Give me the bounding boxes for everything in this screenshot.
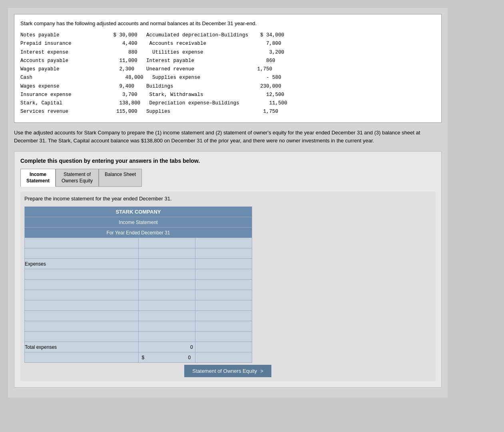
exp6-col2: [195, 321, 252, 332]
exp7-col1: [138, 332, 195, 342]
total-expenses-col1: [138, 342, 195, 352]
net-income-col1: $: [138, 352, 195, 363]
total-expenses-col2-input[interactable]: [195, 342, 252, 352]
total-expenses-col1-input[interactable]: [139, 342, 195, 352]
net-income-label-input[interactable]: [25, 352, 138, 362]
intro-text: Stark company has the following adjusted…: [20, 20, 435, 26]
exp2-col2: [195, 280, 252, 290]
exp6-label: [25, 321, 139, 332]
exp5-col2-input[interactable]: [195, 311, 252, 321]
exp1-col1-input[interactable]: [139, 269, 195, 279]
period-cell: For Year Ended December 31: [25, 228, 252, 238]
revenue-label-cell: [25, 238, 139, 248]
net-income-col1-input[interactable]: [146, 352, 193, 362]
exp3-col2: [195, 290, 252, 300]
exp1-col2-input[interactable]: [195, 269, 252, 279]
tab-owners-equity[interactable]: Statement ofOwners Equity: [56, 169, 99, 187]
expense-row-2: [25, 280, 252, 290]
tab-content-income-statement: Prepare the income statement for the yea…: [20, 192, 435, 381]
expense-row-5: [25, 311, 252, 321]
exp5-col1: [138, 311, 195, 321]
exp1-col1: [138, 269, 195, 280]
nav-button-label: Statement of Owners Equity: [192, 368, 257, 374]
acct-row: Insurance expense 3,700 Stark, Withdrawa…: [20, 91, 287, 99]
total-expenses-col2: [195, 342, 252, 352]
exp4-col2-input[interactable]: [195, 300, 252, 310]
blank-label-1: [25, 248, 139, 259]
exp6-col2-input[interactable]: [195, 321, 252, 331]
blank-col2-input-1[interactable]: [195, 248, 252, 258]
net-income-col2-input[interactable]: [195, 352, 252, 362]
revenue-row: [25, 238, 252, 248]
exp5-col1-input[interactable]: [139, 311, 195, 321]
exp3-label-input[interactable]: [25, 290, 138, 300]
acct-row: Accounts payable 11,000 Interest payable…: [20, 57, 287, 65]
next-tab-button[interactable]: Statement of Owners Equity >: [184, 365, 271, 377]
blank-col1-input-1[interactable]: [139, 248, 195, 258]
exp5-col2: [195, 311, 252, 321]
exp1-label-input[interactable]: [25, 269, 138, 279]
exp2-label-input[interactable]: [25, 280, 138, 290]
revenue-col2-input[interactable]: [195, 238, 252, 248]
problem-box: Stark company has the following adjusted…: [14, 14, 442, 123]
acct-row: Wages expense 9,400 Buildings 230,000: [20, 82, 287, 91]
expenses-label-cell: Expenses: [25, 259, 139, 269]
exp2-col1: [138, 280, 195, 290]
exp4-col1-input[interactable]: [139, 300, 195, 310]
question-title: Complete this question by entering your …: [20, 158, 435, 164]
company-name-cell: STARK COMPANY: [25, 207, 252, 217]
exp6-col1: [138, 321, 195, 332]
dollar-sign: $: [140, 355, 145, 360]
blank-col2-1: [195, 248, 252, 259]
revenue-col1-cell: [138, 238, 195, 248]
exp3-col1: [138, 290, 195, 300]
accounts-table: Notes payable $ 30,000 Accumulated depre…: [20, 31, 435, 116]
exp4-col1: [138, 300, 195, 311]
exp4-label-input[interactable]: [25, 300, 138, 310]
prepare-text: Prepare the income statement for the yea…: [24, 196, 431, 202]
revenue-col2-cell: [195, 238, 252, 248]
revenue-label-input[interactable]: [25, 238, 138, 248]
nav-arrow-icon: >: [260, 368, 263, 374]
expenses-col2-input[interactable]: [195, 259, 252, 269]
exp4-col2: [195, 300, 252, 311]
total-expenses-row: Total expenses: [25, 342, 252, 352]
blank-col1-1: [138, 248, 195, 259]
exp1-label: [25, 269, 139, 280]
exp6-label-input[interactable]: [25, 321, 138, 331]
acct-row: Prepaid insurance 4,400 Accounts receiva…: [20, 40, 287, 48]
exp7-col2: [195, 332, 252, 342]
exp1-col2: [195, 269, 252, 280]
exp7-col1-input[interactable]: [139, 332, 195, 342]
expenses-col1-input[interactable]: [139, 259, 195, 269]
acct-row: Stark, Capital 138,800 Depreciation expe…: [20, 99, 287, 108]
exp3-col2-input[interactable]: [195, 290, 252, 300]
tabs-container: IncomeStatement Statement ofOwners Equit…: [20, 169, 435, 187]
expense-row-1: [25, 269, 252, 280]
instruction-text: Use the adjusted accounts for Stark Comp…: [14, 129, 442, 146]
blank-row-1: [25, 248, 252, 259]
statement-title-row: Income Statement: [25, 217, 252, 228]
acct-row: Notes payable $ 30,000 Accumulated depre…: [20, 31, 287, 40]
exp7-label-input[interactable]: [25, 332, 138, 342]
exp2-col2-input[interactable]: [195, 280, 252, 290]
expenses-row: Expenses: [25, 259, 252, 269]
exp7-label: [25, 332, 139, 342]
income-statement-table: STARK COMPANY Income Statement For Year …: [24, 206, 252, 363]
expense-row-3: [25, 290, 252, 300]
exp2-col1-input[interactable]: [139, 280, 195, 290]
accounts-left: Notes payable $ 30,000 Accumulated depre…: [20, 31, 287, 116]
blank-label-input-1[interactable]: [25, 248, 138, 258]
exp6-col1-input[interactable]: [139, 321, 195, 331]
tab-income-statement[interactable]: IncomeStatement: [20, 169, 56, 187]
main-container: Stark company has the following adjusted…: [8, 8, 448, 398]
exp3-label: [25, 290, 139, 300]
exp7-col2-input[interactable]: [195, 332, 252, 342]
revenue-col1-input[interactable]: [139, 238, 195, 248]
net-income-col2: [195, 352, 252, 363]
expenses-col2: [195, 259, 252, 269]
exp3-col1-input[interactable]: [139, 290, 195, 300]
acct-row: Wages payable 2,300 Unearned revenue 1,7…: [20, 65, 287, 74]
exp5-label-input[interactable]: [25, 311, 138, 321]
tab-balance-sheet[interactable]: Balance Sheet: [99, 169, 142, 187]
